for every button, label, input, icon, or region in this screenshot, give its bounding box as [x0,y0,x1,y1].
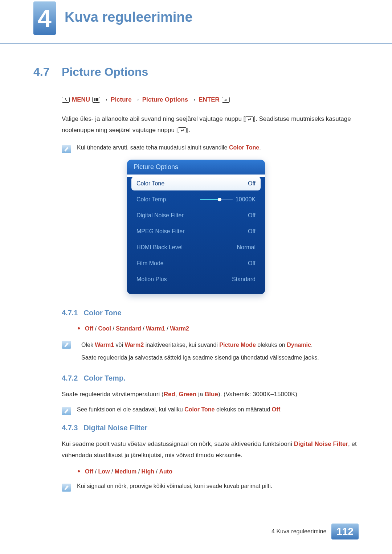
osd-item-hdmi-black[interactable]: HDMI Black Level Normal [131,241,261,254]
osd-item-label: MPEG Noise Filter [136,228,184,235]
color-tone-notes: Olek Warm1 või Warm2 inaktiveeritakse, k… [62,340,359,365]
intro-text-a: Valige üles- ja allanoolte abil suvand n… [62,115,245,122]
note-icon [62,341,71,349]
color-temp-slider[interactable] [200,199,233,200]
osd-item-mpeg-noise[interactable]: MPEG Noise Filter Off [131,225,261,238]
t: Dynamic [287,342,311,348]
t: või [114,342,124,348]
opt-warm2: Warm2 [170,325,189,332]
digital-noise-note: Kui signaal on nõrk, proovige kõiki võim… [62,483,359,492]
opt-warm1: Warm1 [146,325,165,332]
sep: / [111,325,116,332]
page-number-badge: 112 [331,524,359,539]
note1-c: . [259,144,261,151]
enter-icon [222,97,230,103]
t: Kui seadme poolt vastu võetav edastussig… [62,440,294,447]
opt-off: Off [85,325,93,332]
subsection-color-tone: 4.7.1 Color Tone Off / Cool / Standard /… [62,309,359,365]
t: . [280,406,282,413]
t: Digital Noise Filter [294,440,348,447]
osd-item-value: Normal [237,244,256,251]
t: Red [164,391,175,398]
page-header: 4 Kuva reguleerimine [0,0,392,44]
subsection-color-temp: 4.7.2 Color Temp. Saate reguleerida värv… [62,374,359,415]
sep: / [154,468,159,475]
t: olekuks on [256,342,287,348]
digital-noise-paragraph: Kui seadme poolt vastu võetav edastussig… [62,439,359,461]
t: Green [179,391,196,398]
intro-paragraph: Valige üles- ja allanoolte abil suvand n… [62,114,359,136]
subsec-472-num: 4.7.2 [62,374,78,382]
footer-text: 4 Kuva reguleerimine [271,528,331,535]
osd-item-digital-noise[interactable]: Digital Noise Filter Off [131,209,261,222]
opt-cool: Cool [98,325,111,332]
osd-item-color-temp[interactable]: Color Temp. 10000K [131,193,261,206]
osd-item-value: Off [248,260,256,267]
sep: / [136,468,141,475]
osd-item-label: Digital Noise Filter [136,212,184,219]
svg-point-0 [65,98,66,99]
osd-item-label: Color Tone [136,180,164,187]
nav-menu: MENU [72,96,90,103]
digital-noise-options: Off / Low / Medium / High / Auto [78,467,359,477]
t: ). (Vahemik: 3000K–15000K) [218,391,297,398]
note-text: Kui signaal on nõrk, proovige kõiki võim… [77,483,272,489]
subsec-473-num: 4.7.3 [62,424,78,432]
t: , [175,391,179,398]
osd-body: Color Tone Off Color Temp. 10000K Digita… [127,177,265,294]
bullet-icon [78,327,80,329]
nav-arrow: → [134,96,140,103]
t: Warm2 [124,342,144,348]
osd-item-film-mode[interactable]: Film Mode Off [131,257,261,270]
opt-low: Low [98,468,110,475]
t: Saate reguleerida värvitemperatuuri ( [62,391,164,398]
note1-b: Color Tone [229,144,259,151]
osd-item-label: HDMI Black Level [136,244,183,251]
sep: / [165,325,170,332]
osd-item-label: Color Temp. [136,196,168,203]
opt-high: High [142,468,155,475]
osd-item-label: Motion Plus [136,276,167,283]
chapter-number-badge: 4 [33,1,56,35]
color-tone-options: Off / Cool / Standard / Warm1 / Warm2 [78,324,359,334]
subsec-473-title: Digital Noise Filter [83,424,147,432]
nav-arrow: → [190,96,196,103]
sep: / [141,325,146,332]
opt-standard: Standard [116,325,141,332]
t: Warm1 [95,342,114,348]
t: inaktiveeritakse, kui suvandi [144,342,219,348]
nav-enter: ENTER [199,96,220,103]
enter-button-icon [178,127,187,133]
note1-a: Kui ühendate arvuti, saate teha muudatus… [77,144,229,151]
t: olekuks on määratud [215,406,271,413]
opt-off: Off [85,468,93,475]
osd-item-value: Off [248,228,256,235]
opt-medium: Medium [115,468,136,475]
t: . [311,342,313,348]
osd-item-label: Film Mode [136,260,164,267]
nav-step2: Picture Options [142,96,188,103]
opt-auto: Auto [159,468,172,475]
svg-rect-3 [97,98,98,101]
chapter-title: Kuva reguleerimine [65,9,193,25]
section-number: 4.7 [33,65,62,79]
note-text: Saate reguleerida ja salvestada sätteid … [81,353,319,363]
osd-item-value: 10000K [236,196,256,203]
t: See funktsioon ei ole saadaval, kui vali… [77,406,184,413]
enter-button-icon [245,116,254,122]
svg-rect-2 [96,98,97,101]
color-temp-note: See funktsioon ei ole saadaval, kui vali… [62,406,359,415]
t: Picture Mode [219,342,256,348]
subsection-digital-noise: 4.7.3 Digital Noise Filter Kui seadme po… [62,424,359,492]
sep: / [93,468,98,475]
nav-arrow: → [102,96,109,103]
osd-item-motion-plus[interactable]: Motion Plus Standard [131,272,261,286]
osd-item-value: Off [248,212,256,219]
nav-step1: Picture [111,96,132,103]
osd-panel: Picture Options Color Tone Off Color Tem… [127,160,265,294]
section-title: Picture Options [62,65,148,79]
osd-item-color-tone[interactable]: Color Tone Off [131,177,261,190]
t: Olek [81,342,95,348]
menu-icon [92,97,100,103]
osd-title: Picture Options [127,160,265,175]
